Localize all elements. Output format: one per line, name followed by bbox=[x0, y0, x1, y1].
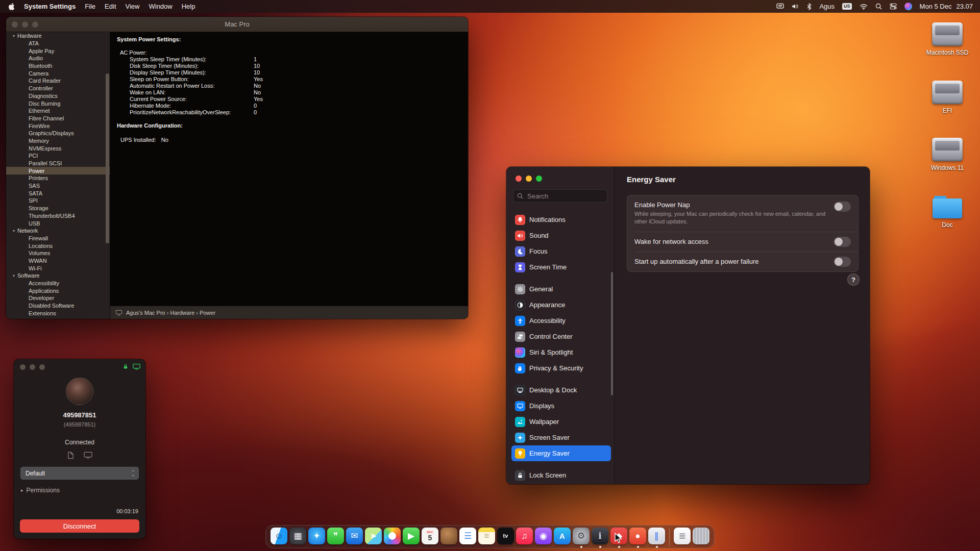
dock-item-music[interactable]: ♫ bbox=[515, 525, 534, 548]
dock-item-textedit[interactable]: ≣ bbox=[673, 525, 692, 548]
dock-item-unknown-brown-app[interactable] bbox=[439, 525, 458, 548]
tree-section-network[interactable]: ▾Network bbox=[6, 227, 110, 235]
file-transfer-icon[interactable] bbox=[67, 452, 75, 459]
window-titlebar[interactable]: Mac Pro bbox=[6, 17, 468, 32]
dock-item-maps[interactable]: ➤ bbox=[364, 525, 383, 548]
sidebar-item-general[interactable]: General bbox=[511, 281, 611, 297]
sidebar-item-desktop-dock[interactable]: Desktop & Dock bbox=[511, 382, 611, 398]
tree-item-camera[interactable]: Camera bbox=[6, 69, 110, 77]
menu-file[interactable]: File bbox=[85, 3, 95, 10]
dock-item-messages[interactable]: ❞ bbox=[326, 525, 345, 548]
dock-item-unknown-light-app[interactable]: ∥ bbox=[647, 525, 666, 548]
zoom-button[interactable] bbox=[536, 176, 542, 182]
bluetooth-icon[interactable] bbox=[807, 3, 812, 10]
tree-item-pci[interactable]: PCI bbox=[6, 152, 110, 160]
dock-item-facetime[interactable]: ▶ bbox=[402, 525, 421, 548]
tree-section-software[interactable]: ▾Software bbox=[6, 272, 110, 280]
tree-item-controller[interactable]: Controller bbox=[6, 85, 110, 92]
tree-item-spi[interactable]: SPI bbox=[6, 197, 110, 205]
volume-icon[interactable] bbox=[792, 3, 799, 10]
dock-item-system-settings[interactable]: ⚙ bbox=[572, 525, 591, 548]
tree-item-ata[interactable]: ATA bbox=[6, 40, 110, 47]
tree-item-extensions[interactable]: Extensions bbox=[6, 309, 110, 317]
tree-item-accessibility[interactable]: Accessibility bbox=[6, 280, 110, 287]
dock-item-calendar[interactable]: DEC5 bbox=[421, 525, 439, 548]
search-input[interactable] bbox=[526, 192, 587, 201]
permissions-disclosure[interactable]: ▸ Permissions bbox=[21, 487, 145, 494]
tree-item-apple-pay[interactable]: Apple Pay bbox=[6, 47, 110, 55]
tree-item-diagnostics[interactable]: Diagnostics bbox=[6, 92, 110, 100]
tree-item-parallel-scsi[interactable]: Parallel SCSI bbox=[6, 160, 110, 167]
sidebar-item-wallpaper[interactable]: Wallpaper bbox=[511, 414, 611, 430]
tree-section-hardware[interactable]: ▾Hardware bbox=[6, 32, 110, 40]
sidebar-item-screen-saver[interactable]: Screen Saver bbox=[511, 430, 611, 445]
breadcrumb[interactable]: Agus's Mac Pro › Hardware › Power bbox=[126, 310, 215, 316]
tree-item-usb[interactable]: USB bbox=[6, 219, 110, 227]
toggle-switch[interactable] bbox=[834, 257, 851, 267]
siri-icon[interactable] bbox=[904, 3, 912, 10]
dock-item-photos[interactable] bbox=[383, 525, 402, 548]
sidebar-item-lock-screen[interactable]: Lock Screen bbox=[511, 467, 611, 483]
close-button[interactable] bbox=[516, 176, 522, 182]
tree-item-graphics-displays[interactable]: Graphics/Displays bbox=[6, 130, 110, 137]
desktop-icon-efi[interactable]: EFI bbox=[918, 81, 977, 114]
menu-app-name[interactable]: System Settings bbox=[24, 3, 76, 10]
sidebar-item-displays[interactable]: Displays bbox=[511, 398, 611, 414]
dock-item-tv[interactable]: tv bbox=[496, 525, 515, 548]
tree-item-locations[interactable]: Locations bbox=[6, 242, 110, 249]
dock-item-trash[interactable] bbox=[692, 525, 710, 548]
menu-date[interactable]: Mon 5 Dec bbox=[920, 3, 952, 10]
menu-edit[interactable]: Edit bbox=[105, 3, 116, 10]
dock-item-system-information[interactable]: ℹ bbox=[591, 525, 609, 548]
zoom-button[interactable] bbox=[39, 364, 45, 370]
control-center-icon[interactable] bbox=[890, 3, 897, 10]
tree-item-wi-fi[interactable]: Wi-Fi bbox=[6, 264, 110, 272]
tree-item-storage[interactable]: Storage bbox=[6, 205, 110, 212]
minimize-button[interactable] bbox=[22, 21, 28, 28]
minimize-button[interactable] bbox=[30, 364, 35, 370]
sidebar-item-notifications[interactable]: Notifications bbox=[511, 212, 611, 228]
tree-item-printers[interactable]: Printers bbox=[6, 174, 110, 182]
menu-clock[interactable]: 23.07 bbox=[956, 3, 973, 10]
minimize-button[interactable] bbox=[526, 176, 532, 182]
menu-window[interactable]: Window bbox=[149, 3, 172, 10]
sidebar-item-accessibility[interactable]: Accessibility bbox=[511, 313, 611, 329]
dock-item-unknown-red-app[interactable]: ● bbox=[628, 525, 647, 548]
toggle-switch[interactable] bbox=[834, 237, 851, 247]
toggle-switch[interactable] bbox=[834, 202, 851, 212]
help-button[interactable]: ? bbox=[847, 273, 860, 286]
sidebar-item-appearance[interactable]: Appearance bbox=[511, 297, 611, 313]
tree-item-firewall[interactable]: Firewall bbox=[6, 235, 110, 242]
screen-share-icon[interactable] bbox=[84, 452, 92, 459]
sidebar-item-sound[interactable]: Sound bbox=[511, 228, 611, 243]
sidebar-item-privacy-security[interactable]: Privacy & Security bbox=[511, 360, 611, 376]
dock-item-finder[interactable]: ☺ bbox=[270, 525, 288, 548]
disconnect-button[interactable]: Disconnect bbox=[20, 519, 139, 533]
tree-item-bluetooth[interactable]: Bluetooth bbox=[6, 62, 110, 70]
sidebar-item-energy-saver[interactable]: Energy Saver bbox=[511, 445, 611, 461]
desktop-icon-doc[interactable]: Doc bbox=[918, 196, 977, 229]
tree-item-ethernet[interactable]: Ethernet bbox=[6, 107, 110, 115]
dock-item-safari[interactable]: ✦ bbox=[307, 525, 326, 548]
sidebar-item-touch-id-password[interactable]: Touch ID & Password bbox=[511, 483, 611, 484]
status-app-icon[interactable] bbox=[776, 3, 784, 10]
tree-item-applications[interactable]: Applications bbox=[6, 287, 110, 294]
tree-item-nvmexpress[interactable]: NVMExpress bbox=[6, 144, 110, 152]
settings-search-field[interactable] bbox=[513, 189, 607, 203]
dock-item-app-store[interactable]: A bbox=[553, 525, 572, 548]
tree-item-sata[interactable]: SATA bbox=[6, 189, 110, 197]
sidebar-scrollbar[interactable] bbox=[106, 73, 109, 243]
sidebar-scrollbar[interactable] bbox=[611, 272, 613, 395]
tree-item-card-reader[interactable]: Card Reader bbox=[6, 77, 110, 85]
dock-item-launchpad[interactable]: ▦ bbox=[288, 525, 307, 548]
sidebar-item-siri-spotlight[interactable]: Siri & Spotlight bbox=[511, 344, 611, 360]
close-button[interactable] bbox=[20, 364, 26, 370]
tree-item-audio[interactable]: Audio bbox=[6, 55, 110, 62]
tree-item-power[interactable]: Power bbox=[6, 167, 110, 174]
wifi-icon[interactable] bbox=[860, 4, 868, 10]
sidebar-item-screen-time[interactable]: Screen Time bbox=[511, 259, 611, 275]
tree-item-wwan[interactable]: WWAN bbox=[6, 257, 110, 265]
dock-item-podcasts[interactable]: ◉ bbox=[534, 525, 553, 548]
sidebar-item-control-center[interactable]: Control Center bbox=[511, 329, 611, 344]
tree-item-fibre-channel[interactable]: Fibre Channel bbox=[6, 115, 110, 122]
